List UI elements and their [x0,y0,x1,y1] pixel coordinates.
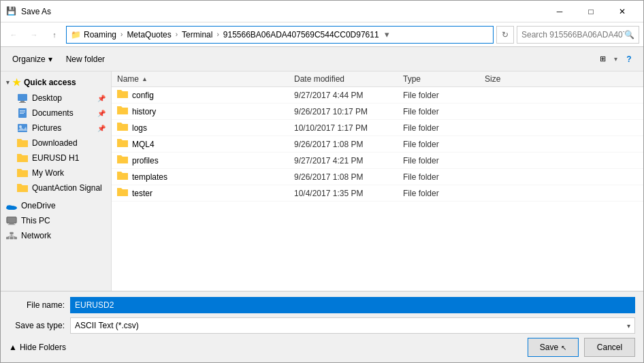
sidebar-item-mywork[interactable]: My Work [1,165,111,180]
svg-rect-16 [10,232,13,235]
sidebar-item-desktop[interactable]: Desktop 📌 [1,91,111,106]
sidebar-item-documents-label: Documents [32,108,74,118]
svg-rect-12 [7,217,16,223]
folder-icon-small [117,138,128,150]
quick-access-star-icon: ★ [12,77,21,88]
organize-button[interactable]: Organize ▾ [6,50,59,69]
back-button[interactable]: ← [5,26,22,44]
file-type: File folder [403,172,485,182]
file-name: profiles [132,156,159,165]
address-path[interactable]: 📁 Roaming › MetaQuotes › Terminal › 9155… [66,26,494,44]
forward-button[interactable]: → [25,26,43,44]
main-content: ▾ ★ Quick access Desktop 📌 Documents 📌 [1,72,643,291]
hide-folders-label: Hide Folders [20,343,66,352]
table-row[interactable]: templates 9/26/2017 1:08 PM File folder [112,169,643,185]
file-list-area: Name ▲ Date modified Type Size [112,72,643,291]
new-folder-button[interactable]: New folder [60,50,111,69]
sidebar-item-mywork-label: My Work [32,168,64,178]
help-button[interactable]: ? [620,50,638,68]
table-row[interactable]: config 9/27/2017 4:44 PM File folder [112,87,643,104]
path-segment-hash: 915566BA06ADA407569C544CC0D97611 [223,30,379,40]
search-box: 🔍 [517,26,639,44]
svg-line-22 [12,236,15,237]
search-input[interactable] [521,30,624,40]
pictures-icon [17,123,28,133]
bottom-actions: ▲ Hide Folders Save ↖ Cancel [9,338,635,357]
sidebar-item-documents[interactable]: Documents 📌 [1,106,111,121]
path-arrow-3: › [216,31,219,38]
maximize-button[interactable]: □ [575,1,607,22]
save-label: Save [540,343,558,352]
folder-icon: 📁 [71,30,81,40]
filename-input[interactable] [70,297,635,313]
minimize-button[interactable]: ─ [544,1,575,22]
savetype-select[interactable]: ASCII Text (*.csv) ▾ [70,317,635,334]
quantaction-folder-icon [17,183,28,193]
path-dropdown-button[interactable]: ▾ [382,26,393,44]
sidebar-item-pictures[interactable]: Pictures 📌 [1,121,111,136]
svg-rect-5 [20,112,25,112]
sidebar-item-thispc-label: This PC [21,216,50,225]
table-row[interactable]: profiles 9/27/2017 4:21 PM File folder [112,153,643,169]
organize-label: Organize [12,54,46,64]
quick-access-header[interactable]: ▾ ★ Quick access [1,74,111,91]
view-button[interactable]: ⊞ [594,50,611,68]
action-buttons: Save ↖ Cancel [528,338,635,357]
svg-rect-1 [20,101,25,102]
documents-icon [17,108,28,119]
title-bar: 💾 Save As ─ □ ✕ [1,1,643,22]
col-name-header[interactable]: Name ▲ [117,74,294,84]
file-date: 10/4/2017 1:35 PM [294,189,403,198]
file-type: File folder [403,107,485,116]
savetype-label: Save as type: [9,321,70,330]
filename-row: File name: [9,297,635,313]
up-button[interactable]: ↑ [46,26,63,44]
pictures-pin-icon: 📌 [97,125,106,132]
sidebar-item-eurusd-label: EURUSD H1 [32,153,79,163]
table-row[interactable]: MQL4 9/26/2017 1:08 PM File folder [112,136,643,153]
sort-arrow: ▲ [142,76,148,82]
save-button[interactable]: Save ↖ [528,338,579,357]
sidebar-item-downloaded-label: Downloaded [32,138,78,148]
filename-label: File name: [9,300,70,310]
file-date: 9/26/2017 1:08 PM [294,172,403,182]
svg-rect-6 [20,113,24,114]
file-type: File folder [403,91,485,100]
organize-arrow: ▾ [48,54,52,64]
svg-rect-0 [18,94,27,101]
toolbar: Organize ▾ New folder ⊞ ▾ ? [1,47,643,72]
mywork-folder-icon [17,168,28,178]
path-arrow-2: › [176,31,178,38]
svg-line-21 [8,236,12,237]
sidebar-item-thispc[interactable]: This PC [1,213,111,228]
file-name: templates [132,172,167,182]
file-type: File folder [403,140,485,149]
quick-access-label: Quick access [24,78,76,87]
file-name: MQL4 [132,140,155,149]
table-row[interactable]: history 9/26/2017 10:17 PM File folder [112,104,643,120]
cancel-button[interactable]: Cancel [584,338,635,357]
refresh-button[interactable]: ↻ [496,26,514,44]
onedrive-icon [6,200,17,211]
cursor-indicator: ↖ [561,344,566,351]
sidebar-item-eurusd[interactable]: EURUSD H1 [1,151,111,165]
savetype-arrow: ▾ [627,322,630,330]
thispc-icon [6,215,17,226]
search-icon: 🔍 [624,30,634,40]
sidebar-item-network[interactable]: Network [1,228,111,243]
sidebar-item-downloaded[interactable]: Downloaded [1,136,111,151]
title-bar-title: Save As [21,7,544,16]
close-button[interactable]: ✕ [607,1,638,22]
table-row[interactable]: logs 10/10/2017 1:17 PM File folder [112,120,643,136]
col-type-header[interactable]: Type [403,74,485,84]
col-date-header[interactable]: Date modified [294,74,403,84]
table-row[interactable]: tester 10/4/2017 1:35 PM File folder [112,185,643,202]
network-icon [6,230,17,241]
sidebar-item-quantaction[interactable]: QuantAction Signal [1,180,111,195]
sidebar-item-onedrive[interactable]: OneDrive [1,198,111,213]
sidebar-item-onedrive-label: OneDrive [21,201,56,210]
col-size-header[interactable]: Size [485,74,539,84]
path-segment-roaming: 📁 Roaming [71,30,116,40]
hide-folders-button[interactable]: ▲ Hide Folders [9,343,66,352]
file-name: logs [132,123,147,133]
